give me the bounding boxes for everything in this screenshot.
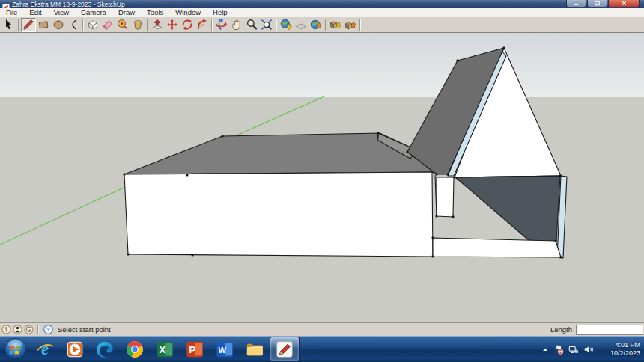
model-vertex [436, 215, 438, 218]
help-icon[interactable]: ? [43, 325, 53, 334]
volume-icon[interactable] [583, 344, 594, 355]
hidden-icons-chevron-icon[interactable] [541, 346, 549, 353]
menu-edit[interactable]: Edit [23, 8, 47, 17]
taskbar-media-player-button[interactable] [60, 337, 90, 361]
action-center-flag-icon[interactable] [553, 344, 564, 355]
pan-icon [231, 19, 243, 31]
tool-arc-button[interactable] [66, 18, 81, 32]
minimize-button[interactable] [566, 0, 586, 7]
status-separator [37, 325, 39, 334]
model-vertex [432, 256, 434, 258]
credits-icon[interactable] [13, 325, 22, 334]
toolbar-separator [18, 19, 19, 31]
network-icon[interactable] [568, 344, 579, 355]
sky [0, 33, 644, 97]
share-model-icon [344, 19, 356, 31]
tool-orbit-button[interactable] [214, 18, 229, 32]
tool-zoom-extents-button[interactable] [259, 18, 274, 32]
tool-circle-button[interactable] [51, 18, 66, 32]
taskbar-internet-explorer-button[interactable]: e [30, 337, 60, 361]
close-button[interactable] [608, 0, 640, 7]
tool-tape-measure-button[interactable] [115, 18, 130, 32]
menu-help[interactable]: Help [207, 8, 234, 17]
tape-measure-icon [117, 19, 129, 31]
minimize-icon [573, 2, 580, 7]
tool-line-button[interactable] [21, 18, 36, 32]
system-tray: 4:01 PM 10/2/2023 [537, 341, 644, 358]
svg-text:?: ? [46, 326, 50, 333]
title-bar: Zahra Ekstra MM 18-9-2023 - SketchUp [0, 0, 644, 8]
internet-explorer-icon: e [35, 340, 55, 359]
maximize-icon [594, 2, 601, 7]
maximize-button[interactable] [587, 0, 607, 7]
model-viewport[interactable] [0, 33, 644, 322]
rectangle-icon [37, 19, 49, 31]
signin-icon[interactable] [24, 325, 34, 334]
tool-share-model-button[interactable] [343, 18, 358, 32]
close-icon [621, 2, 628, 7]
taskbar-powerpoint-button[interactable]: P [180, 337, 210, 361]
getting-started-toolbar [0, 17, 644, 33]
chrome-icon [125, 340, 145, 359]
eraser-icon [102, 19, 114, 31]
post-face[interactable] [437, 177, 454, 217]
menu-camera[interactable]: Camera [75, 8, 112, 17]
model-vertex [457, 60, 459, 62]
toolbar-separator [359, 19, 361, 31]
model-vertex [186, 174, 189, 177]
tool-paint-bucket-button[interactable] [130, 18, 145, 32]
tool-add-location-button[interactable] [279, 18, 294, 32]
tool-rectangle-button[interactable] [36, 18, 51, 32]
measurement-input[interactable] [576, 325, 643, 335]
model-vertex [124, 174, 126, 176]
move-icon [166, 19, 178, 31]
file-explorer-icon [245, 340, 264, 359]
circle-icon [52, 19, 64, 31]
tool-push-pull-button[interactable] [150, 18, 165, 32]
menu-file[interactable]: File [0, 8, 23, 17]
tool-toggle-terrain-button[interactable] [294, 18, 309, 32]
tool-get-models-button[interactable] [328, 18, 343, 32]
svg-text:X: X [159, 344, 165, 355]
taskbar-word-button[interactable]: W [210, 337, 240, 361]
media-player-icon [65, 340, 85, 359]
clock-date: 10/2/2023 [610, 349, 640, 357]
taskbar-sketchup-button[interactable] [270, 337, 300, 361]
tool-offset-button[interactable] [195, 18, 210, 32]
status-hint: Select start point [58, 325, 111, 334]
powerpoint-icon: P [185, 340, 204, 359]
menu-bar: FileEditViewCameraDrawToolsWindowHelp [0, 8, 644, 17]
model-vertex [452, 216, 455, 218]
edge-icon [95, 340, 115, 359]
menu-view[interactable]: View [48, 8, 75, 17]
zoom-icon [246, 19, 258, 31]
taskbar-excel-button[interactable]: X [150, 337, 180, 361]
taskbar-file-explorer-button[interactable] [240, 337, 270, 361]
front-wall-face[interactable] [124, 172, 433, 257]
tool-select-button[interactable] [1, 18, 16, 32]
taskbar-chrome-button[interactable] [120, 337, 150, 361]
base-strip-face[interactable] [433, 238, 561, 257]
model-scene [0, 33, 644, 322]
geolocation-icon[interactable] [1, 325, 11, 334]
taskbar-edge-button[interactable] [90, 337, 120, 361]
tool-pan-button[interactable] [229, 18, 244, 32]
tool-photo-textures-button[interactable] [309, 18, 323, 32]
menu-tools[interactable]: Tools [141, 8, 169, 17]
tool-move-button[interactable] [165, 18, 180, 32]
model-vertex [560, 257, 562, 259]
word-icon: W [215, 340, 234, 359]
tool-eraser-button[interactable] [100, 18, 115, 32]
taskbar: eXPW 4:01 PM 10/2/2023 [0, 336, 644, 362]
menu-draw[interactable]: Draw [112, 8, 141, 17]
taskbar-clock[interactable]: 4:01 PM 10/2/2023 [600, 341, 640, 358]
menu-window[interactable]: Window [169, 8, 207, 17]
tool-make-component-button[interactable] [85, 18, 100, 32]
svg-text:e: e [41, 340, 49, 358]
tool-zoom-button[interactable] [244, 18, 259, 32]
taskbar-apps: eXPW [30, 336, 300, 362]
tool-rotate-button[interactable] [180, 18, 195, 32]
model-vertex [432, 237, 434, 239]
start-button[interactable] [0, 336, 30, 362]
rotate-icon [181, 19, 193, 31]
